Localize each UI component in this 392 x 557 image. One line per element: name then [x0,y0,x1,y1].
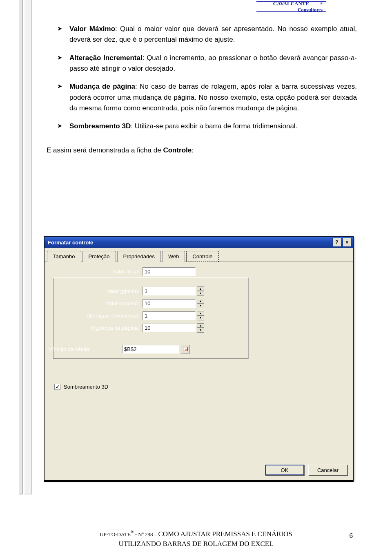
brand-logo: ® CAVALCANTE Consultores [256,1,326,12]
vinculo-input[interactable]: $B$2 [122,345,179,353]
cancel-button[interactable]: Cancelar [308,465,347,475]
sombreamento-3d-checkbox[interactable]: ✓ Sombreamento 3D [54,384,108,390]
checkbox-icon[interactable]: ✓ [54,384,60,390]
footer-title-1: COMO AJUSTAR PREMISSAS E CENÁRIOS [158,530,292,538]
tab-strip: Tamanho Proteção Propriedades Web Contro… [45,248,353,262]
row-valor-maximo: Valor máximo: 10 ▲▼ [49,297,204,309]
valor-maximo-spinner[interactable]: ▲▼ [197,299,204,308]
spin-up-icon[interactable]: ▲ [197,323,204,328]
fields-area: Valor atual: 10 Valor mínimo: 1 ▲▼ Valor… [49,265,204,355]
row-alteracao-incremental: Alteração incremental: 1 ▲▼ [49,309,204,322]
spin-down-icon[interactable]: ▼ [197,303,204,308]
dialog-titlebar[interactable]: Formatar controle ? × [45,237,353,248]
dialog-title: Formatar controle [48,239,331,246]
document-body: Valor Máximo: Qual o maior valor que dev… [47,24,357,163]
range-selector-icon [183,347,188,351]
page-left-margin-bars [19,0,32,494]
valor-maximo-input[interactable]: 10 [143,299,196,308]
valor-atual-input[interactable]: 10 [143,267,196,276]
tab-protecao[interactable]: Proteção [82,251,116,262]
postlist-part1: E assim será demonstrada a ficha de [47,146,163,154]
brand-reg: ® [320,1,323,5]
valor-minimo-input[interactable]: 1 [143,287,196,295]
postlist-text: E assim será demonstrada a ficha de Cont… [47,145,357,156]
ok-button[interactable]: OK [265,465,304,475]
spin-down-icon[interactable]: ▼ [197,328,204,333]
footer-title-2: UTILIZANDO BARRAS DE ROLAGEM DO EXCEL [118,540,273,548]
tab-propriedades[interactable]: Propriedades [117,251,161,262]
spin-down-icon[interactable]: ▼ [197,291,204,296]
list-item: Sombreamento 3D: Utiliza-se para exibir … [57,121,357,132]
tab-web[interactable]: Web [162,251,185,262]
dialog-buttons: OK Cancelar [265,465,347,475]
page-footer: UP-TO-DATE® - Nº 298 – COMO AJUSTAR PREM… [0,529,392,549]
tab-tamanho[interactable]: Tamanho [47,251,81,262]
page-number: 6 [350,532,353,540]
alteracao-input[interactable]: 1 [143,311,196,320]
footer-issue: - Nº 298 – [134,531,158,537]
term: Sombreamento 3D [69,122,131,130]
brand-line1: CAVALCANTE [273,0,309,7]
footer-brand: UP-TO-DATE [100,531,131,537]
valor-minimo-spinner[interactable]: ▲▼ [197,286,204,296]
mudanca-input[interactable]: 10 [143,324,196,332]
term: Alteração Incremental [69,54,143,62]
spin-up-icon[interactable]: ▲ [197,299,204,304]
postlist-bold: Controle [163,146,192,154]
list-item: Valor Máximo: Qual o maior valor que dev… [57,24,357,45]
row-vinculo-celula: Vínculo da célula: $B$2 [49,343,204,355]
margin-bar [19,0,23,494]
close-button[interactable]: × [343,238,352,247]
text: : Utiliza-se para exibir a barra de form… [131,122,297,130]
mudanca-spinner[interactable]: ▲▼ [197,323,204,333]
spin-up-icon[interactable]: ▲ [197,286,204,291]
range-selector-button[interactable] [181,345,190,353]
brand-line2: Consultores [298,7,323,13]
help-button[interactable]: ? [332,238,341,247]
format-control-dialog: Formatar controle ? × Tamanho Proteção P… [44,236,354,481]
margin-bar [24,0,32,494]
row-valor-atual: Valor atual: 10 [49,265,204,277]
bullet-list: Valor Máximo: Qual o maior valor que dev… [47,24,357,132]
row-valor-minimo: Valor mínimo: 1 ▲▼ [49,285,204,297]
term: Valor Máximo [69,25,115,33]
postlist-colon: : [192,146,194,154]
alteracao-spinner[interactable]: ▲▼ [197,311,204,320]
tab-controle[interactable]: Controle [186,251,218,262]
row-mudanca-pagina: Mudança de página: 10 ▲▼ [49,322,204,334]
term: Mudança de página [69,83,135,90]
spin-up-icon[interactable]: ▲ [197,311,204,316]
list-item: Mudança de página: No caso de barras de … [57,81,357,114]
checkbox-label: Sombreamento 3D [64,384,108,390]
image-bottom-border [44,481,354,482]
list-item: Alteração Incremental: Qual o incremento… [57,53,357,74]
spin-down-icon[interactable]: ▼ [197,315,204,320]
